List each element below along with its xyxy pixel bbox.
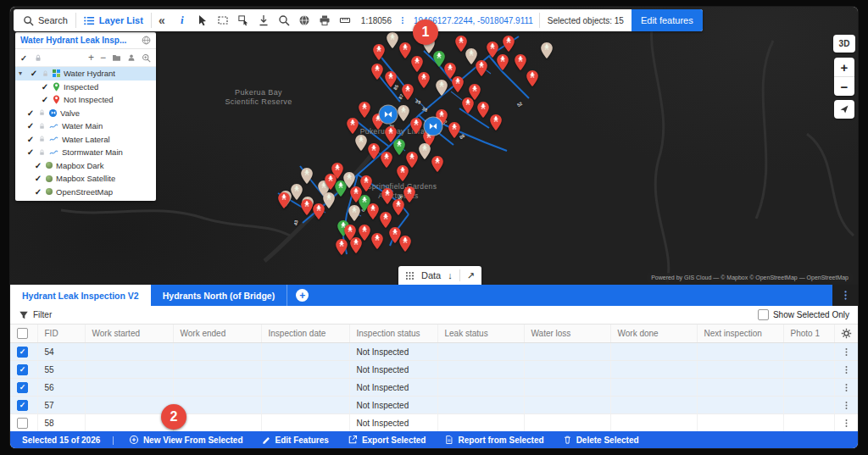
zoom-out-button[interactable]: − (834, 77, 854, 96)
column-header-next-inspection[interactable]: Next inspection (697, 325, 783, 343)
export-selected-button[interactable]: Export Selected (340, 435, 434, 445)
map-pin[interactable] (475, 59, 488, 77)
map-pin[interactable] (300, 167, 314, 185)
table-settings-gear-icon[interactable] (835, 328, 858, 339)
column-header-photo-1[interactable]: Photo 1 (783, 325, 834, 343)
map-pin[interactable] (386, 31, 399, 49)
row-menu-button[interactable] (835, 419, 858, 428)
delete-selected-button[interactable]: Delete Selected (555, 435, 647, 445)
layer-row-water-main[interactable]: ✓ Water Main (15, 119, 156, 133)
info-tool-button[interactable]: i (172, 9, 192, 31)
table-row[interactable]: ✓57Not Inspected (10, 397, 858, 414)
add-layer-icon[interactable]: + (88, 52, 94, 64)
show-selected-only-control[interactable]: Show Selected Only (758, 309, 849, 320)
map-pin[interactable] (431, 155, 444, 173)
map-pin[interactable] (348, 204, 361, 222)
tab-hydrants-north[interactable]: Hydrants North (of Bridge) (151, 285, 287, 306)
select-all-checkbox[interactable] (17, 328, 28, 339)
layer-checkbox[interactable]: ✓ (26, 147, 35, 157)
map-pin[interactable] (417, 71, 431, 89)
print-tool-button[interactable] (314, 9, 335, 31)
layer-checkbox[interactable]: ✓ (34, 174, 42, 183)
scale-menu-button[interactable] (398, 9, 408, 31)
map-pin[interactable] (514, 53, 527, 71)
map-pin[interactable] (403, 186, 416, 203)
map-pin[interactable] (476, 101, 490, 119)
filter-label[interactable]: Filter (33, 310, 52, 319)
lock-all-icon[interactable] (34, 53, 42, 63)
column-header-work-done[interactable]: Work done (610, 325, 697, 343)
check-all-icon[interactable]: ✓ (20, 53, 27, 63)
map-pin[interactable] (401, 83, 415, 101)
row-menu-button[interactable] (835, 365, 858, 375)
map-pin[interactable] (354, 134, 368, 152)
layer-row-water-hydrant[interactable]: ▾ ✓ Water Hydrant (15, 67, 156, 80)
layer-checkbox[interactable]: ✓ (26, 135, 35, 144)
expand-caret-icon[interactable]: ▾ (19, 69, 26, 77)
layer-row-not-inspected[interactable]: ✓ Not Inspected (15, 93, 156, 107)
map-pin[interactable] (398, 235, 412, 252)
map-pin[interactable] (526, 69, 539, 87)
layer-checkbox[interactable]: ✓ (41, 82, 49, 92)
lock-icon[interactable] (42, 69, 49, 78)
report-from-selected-button[interactable]: Report from Selected (437, 435, 551, 445)
tab-options-button[interactable] (832, 285, 858, 306)
data-panel-bar[interactable]: Data ↓ ↗ (398, 266, 481, 285)
layer-checkbox[interactable]: ✓ (26, 108, 35, 118)
row-menu-button[interactable] (835, 347, 858, 357)
map-pin[interactable] (324, 173, 337, 191)
measure-tool-button[interactable] (335, 9, 355, 31)
add-tab-button[interactable]: + (296, 289, 309, 302)
table-row[interactable]: ✓54Not Inspected (10, 343, 858, 361)
locate-button[interactable] (834, 100, 854, 119)
select-rectangle-tool-button[interactable] (213, 9, 233, 31)
map-pin[interactable] (409, 117, 423, 135)
map-pin[interactable] (418, 142, 431, 160)
layer-row-inspected[interactable]: ✓ Inspected (15, 80, 156, 94)
map-pin[interactable] (489, 114, 503, 131)
column-header-water-loss[interactable]: Water loss (524, 325, 610, 343)
layer-row-stormwater-main[interactable]: ✓ Stormwater Main (15, 146, 156, 159)
search-button[interactable]: Search (15, 9, 75, 31)
3d-button[interactable]: 3D (833, 35, 855, 53)
map-pin[interactable] (366, 203, 380, 220)
map-pin[interactable] (384, 70, 398, 88)
edit-features-button[interactable]: Edit features (632, 9, 703, 31)
column-header-inspection-status[interactable]: Inspection status (349, 325, 437, 343)
column-header-leak-status[interactable]: Leak status (437, 325, 524, 343)
folder-icon[interactable] (112, 53, 121, 62)
layer-row-mapbox-satellite[interactable]: ✓ Mapbox Satellite (15, 172, 156, 186)
zoom-in-button[interactable]: + (834, 58, 854, 77)
layer-list-button[interactable]: Layer List (76, 9, 151, 31)
map-pin[interactable] (372, 43, 386, 61)
row-menu-button[interactable] (835, 401, 858, 410)
layer-row-valve[interactable]: ✓ Valve (15, 107, 156, 120)
layer-row-mapbox-dark[interactable]: ✓ Mapbox Dark (15, 159, 156, 173)
layer-checkbox[interactable]: ✓ (34, 161, 42, 170)
map-pin[interactable] (496, 53, 509, 71)
row-checkbox[interactable]: ✓ (17, 400, 28, 411)
row-checkbox[interactable]: ✓ (17, 347, 28, 358)
map-valve-marker[interactable] (380, 106, 398, 124)
map-pin[interactable] (370, 232, 384, 250)
expand-icon[interactable]: ↗ (467, 270, 475, 281)
row-menu-button[interactable] (835, 383, 858, 392)
map-pin[interactable] (277, 191, 291, 209)
new-view-from-selected-button[interactable]: New View From Selected (121, 435, 251, 445)
map-pin[interactable] (358, 101, 371, 119)
map-pin[interactable] (380, 151, 393, 169)
panel-globe-icon[interactable] (142, 36, 151, 45)
map-pin[interactable] (435, 79, 448, 97)
map-scale[interactable]: 1:18056 (355, 16, 398, 25)
map-pin[interactable] (461, 97, 475, 114)
map-pin[interactable] (359, 175, 373, 192)
column-header-fid[interactable]: FID (37, 325, 85, 343)
map-pin[interactable] (392, 138, 406, 156)
column-header-work-ended[interactable]: Work ended (173, 325, 261, 343)
lock-icon[interactable] (38, 135, 46, 143)
lock-icon[interactable] (38, 108, 46, 117)
layer-row-openstreetmap[interactable]: ✓ OpenStreetMap (15, 186, 156, 202)
map-pin[interactable] (358, 224, 371, 241)
collapse-toolbar-button[interactable]: « (152, 9, 172, 31)
map-valve-marker[interactable] (425, 118, 442, 136)
